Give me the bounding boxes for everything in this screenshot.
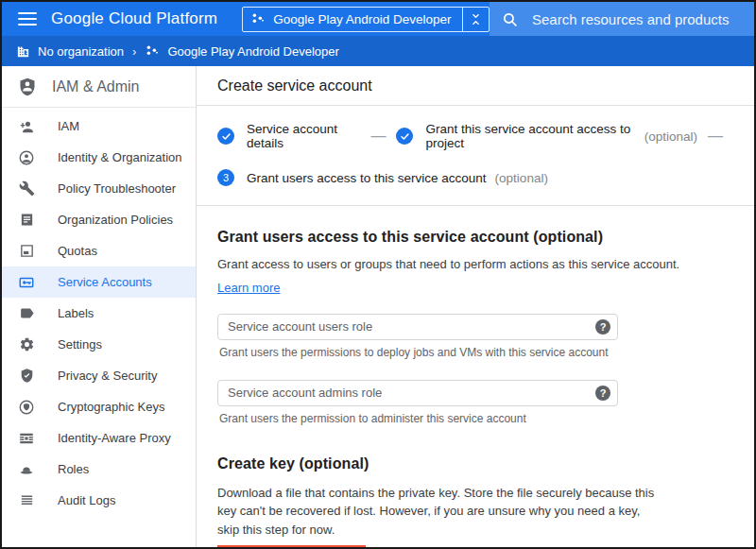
unfold-icon[interactable] (463, 12, 489, 26)
admins-role-input[interactable] (217, 380, 618, 406)
sidebar-item-label: Organization Policies (58, 213, 173, 227)
page-title-bar: Create service account (197, 66, 754, 106)
sidebar-item-quotas[interactable]: Quotas (2, 235, 196, 266)
sidebar-item-label: Audit Logs (58, 493, 115, 507)
main-content: Create service account Service account d… (197, 66, 754, 547)
sidebar-item-roles[interactable]: Roles (2, 454, 196, 485)
project-selector-label: Google Play Android Developer (266, 12, 461, 26)
person-add-icon (18, 118, 35, 135)
organization-icon (16, 44, 30, 59)
annotation-highlight-box: + CREATE KEY (217, 545, 366, 547)
sidebar-item-label: Quotas (58, 244, 97, 258)
project-dots-icon (250, 11, 266, 26)
step-label: Grant users access to this service accou… (247, 171, 487, 185)
sidebar-item-label: Identity-Aware Proxy (58, 431, 171, 445)
step-connector: — (708, 128, 723, 145)
create-key-heading: Create key (optional) (217, 455, 733, 472)
sidebar: IAM & Admin IAM (2, 66, 197, 547)
breadcrumb-org[interactable]: No organization (38, 44, 124, 59)
sidebar-item-policy-troubleshooter[interactable]: Policy Troubleshooter (2, 173, 196, 204)
step-grant-project-access[interactable]: Grant this service account access to pro… (396, 122, 697, 150)
sidebar-item-label: Labels (58, 306, 94, 320)
list-lines-icon (18, 492, 35, 509)
sidebar-item-label: Policy Troubleshooter (58, 181, 176, 196)
help-icon[interactable]: ? (595, 319, 610, 335)
sidebar-item-identity-organization[interactable]: Identity & Organization (2, 142, 196, 173)
step-optional-label: (optional) (644, 129, 697, 144)
step-grant-users-access[interactable]: 3 Grant users access to this service acc… (217, 169, 548, 186)
learn-more-link[interactable]: Learn more (217, 281, 280, 295)
step-service-account-details[interactable]: Service account details (217, 122, 360, 150)
search-input[interactable] (532, 11, 740, 27)
help-icon[interactable]: ? (595, 386, 610, 401)
sidebar-title: IAM & Admin (52, 78, 139, 95)
grant-section-heading: Grant users access to this service accou… (217, 229, 733, 246)
sidebar-item-label: Privacy & Security (58, 369, 157, 383)
step-optional-label: (optional) (495, 171, 548, 185)
product-logo-text: Google Cloud Platform (51, 9, 217, 28)
sidebar-item-cryptographic-keys[interactable]: Cryptographic Keys (2, 391, 196, 422)
sidebar-item-label: IAM (58, 119, 79, 133)
step-check-icon (217, 128, 234, 145)
quota-icon (18, 243, 35, 260)
document-icon (18, 212, 35, 229)
global-search-bar[interactable] (490, 2, 754, 36)
step-content: Grant users access to this service accou… (197, 206, 754, 547)
step-number-badge: 3 (217, 169, 234, 186)
page-title: Create service account (217, 77, 372, 94)
sidebar-item-organization-policies[interactable]: Organization Policies (2, 204, 196, 235)
chevron-right-icon: › (132, 44, 136, 59)
person-circle-icon (18, 149, 35, 166)
admins-role-helper-text: Grant users the permission to administer… (219, 412, 733, 425)
hat-icon (18, 461, 35, 478)
sidebar-item-settings[interactable]: Settings (2, 329, 196, 360)
sidebar-item-label: Identity & Organization (58, 150, 182, 164)
sidebar-item-label: Roles (58, 462, 89, 476)
sidebar-item-identity-aware-proxy[interactable]: Identity-Aware Proxy (2, 422, 196, 454)
users-role-field: ? Grant users the permissions to deploy … (217, 314, 733, 359)
stepper: Service account details — Grant this ser… (197, 106, 754, 206)
label-tag-icon (18, 305, 35, 322)
sidebar-item-audit-logs[interactable]: Audit Logs (2, 485, 196, 516)
service-account-icon (18, 274, 35, 291)
menu-icon[interactable] (18, 12, 37, 26)
users-role-input[interactable] (217, 314, 618, 340)
sidebar-nav: IAM Identity & Organization (2, 108, 196, 516)
step-label: Service account details (247, 122, 360, 150)
gcp-console-window: Google Cloud Platform Google Play Androi… (0, 0, 756, 549)
sidebar-item-label: Cryptographic Keys (58, 400, 164, 414)
shield-circle-icon (18, 399, 35, 416)
step-check-icon (396, 128, 413, 145)
create-key-section: Create key (optional) Download a file th… (217, 455, 733, 547)
wrench-icon (18, 180, 35, 197)
step-connector: — (370, 128, 386, 145)
search-icon (502, 11, 518, 27)
admins-role-field: ? Grant users the permission to administ… (217, 380, 733, 425)
project-selector[interactable]: Google Play Android Developer (242, 7, 489, 32)
proxy-icon (18, 430, 35, 447)
create-key-description: Download a file that contains the privat… (217, 484, 663, 540)
top-app-bar: Google Cloud Platform Google Play Androi… (2, 2, 754, 36)
breadcrumb: No organization › Google Play Android De… (2, 36, 754, 66)
sidebar-item-iam[interactable]: IAM (2, 111, 196, 142)
sidebar-item-label: Settings (58, 337, 102, 352)
gear-icon (18, 336, 35, 353)
shield-icon (18, 368, 35, 385)
sidebar-item-privacy-security[interactable]: Privacy & Security (2, 360, 196, 391)
breadcrumb-project[interactable]: Google Play Android Developer (167, 44, 338, 59)
sidebar-item-labels[interactable]: Labels (2, 298, 196, 329)
project-dots-icon (145, 43, 160, 59)
sidebar-header: IAM & Admin (2, 66, 196, 108)
grant-section-description: Grant access to users or groups that nee… (217, 256, 733, 274)
sidebar-item-service-accounts[interactable]: Service Accounts (2, 266, 196, 298)
sidebar-item-label: Service Accounts (58, 275, 152, 289)
step-label: Grant this service account access to pro… (425, 122, 635, 150)
users-role-helper-text: Grant users the permissions to deploy jo… (219, 346, 733, 359)
iam-admin-shield-icon (17, 77, 38, 97)
